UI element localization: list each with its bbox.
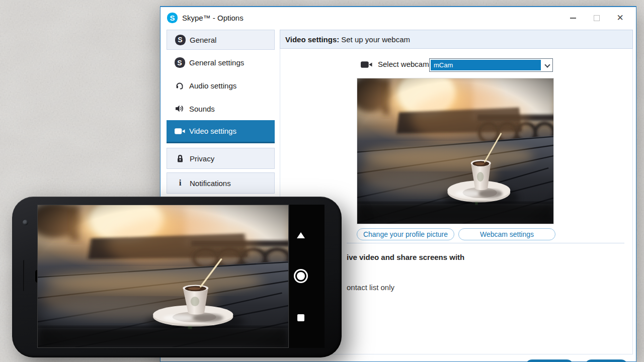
select-webcam-label: Select webcam: (378, 60, 431, 68)
skype-icon: S (174, 35, 187, 45)
window-title: Skype™ - Options (182, 14, 244, 22)
panel-header-subtitle: Set up your webcam (341, 35, 410, 44)
phone-camera-viewfinder (37, 205, 289, 348)
headset-icon (173, 81, 186, 90)
sidebar-item-privacy[interactable]: Privacy (167, 148, 275, 169)
phone-overlay (12, 197, 342, 357)
maximize-button[interactable] (585, 7, 608, 29)
contact-list-option: ontact list only (347, 283, 394, 292)
sidebar-item-general[interactable]: S General (167, 30, 275, 50)
sidebar-item-label: Notifications (190, 179, 231, 188)
share-screens-heading: ive video and share screens with (347, 253, 464, 261)
square-icon (297, 314, 304, 321)
bottom-action-button-2[interactable] (584, 359, 628, 362)
sidebar-item-label: Privacy (190, 154, 214, 163)
sidebar-item-label: General (190, 36, 216, 44)
shutter-button[interactable] (293, 272, 308, 280)
webcam-select-dropdown[interactable]: mCam (429, 58, 553, 72)
skype-app-icon: S (167, 13, 178, 23)
shutter-icon (297, 272, 305, 280)
sidebar-item-label: Video settings (189, 127, 236, 135)
zoom-up-triangle-button[interactable] (293, 232, 308, 238)
section-divider (347, 243, 624, 243)
info-icon: i (174, 178, 187, 188)
lock-icon (174, 154, 187, 163)
front-camera-icon (23, 220, 28, 225)
webcam-icon (361, 61, 372, 70)
speaker-grille (23, 260, 25, 291)
speaker-icon (173, 104, 186, 113)
chevron-down-icon (544, 62, 550, 67)
camera-controls-strip (289, 205, 325, 348)
webcam-settings-button[interactable]: Webcam settings (458, 228, 555, 240)
close-button[interactable]: ✕ (608, 7, 632, 29)
sidebar-item-video-settings[interactable]: Video settings (167, 120, 275, 143)
sidebar-item-general-settings[interactable]: S General settings (167, 51, 275, 74)
sidebar-item-label: General settings (189, 58, 244, 67)
video-camera-icon (173, 128, 186, 135)
sidebar-item-audio-settings[interactable]: Audio settings (167, 74, 275, 97)
options-sidebar: S General S General settings Audio setti… (167, 30, 275, 203)
bottom-action-button-1[interactable] (525, 359, 574, 362)
change-profile-picture-button[interactable]: Change your profile picture (357, 228, 454, 240)
minimize-icon (570, 18, 576, 19)
sidebar-item-label: Sounds (189, 105, 215, 113)
minimize-button[interactable] (561, 7, 585, 29)
close-icon: ✕ (616, 13, 623, 23)
maximize-icon (594, 15, 600, 21)
mode-square-button[interactable] (293, 314, 308, 321)
webcam-selected-value: mCam (431, 60, 541, 70)
skype-icon: S (173, 57, 186, 68)
sidebar-item-notifications[interactable]: i Notifications (167, 172, 275, 194)
sidebar-item-sounds[interactable]: Sounds (167, 97, 275, 120)
panel-header: Video settings: Set up your webcam (280, 30, 633, 49)
up-triangle-icon (297, 232, 305, 238)
sidebar-item-label: Audio settings (189, 81, 236, 90)
panel-header-title: Video settings: (285, 35, 339, 44)
webcam-preview (357, 78, 554, 224)
